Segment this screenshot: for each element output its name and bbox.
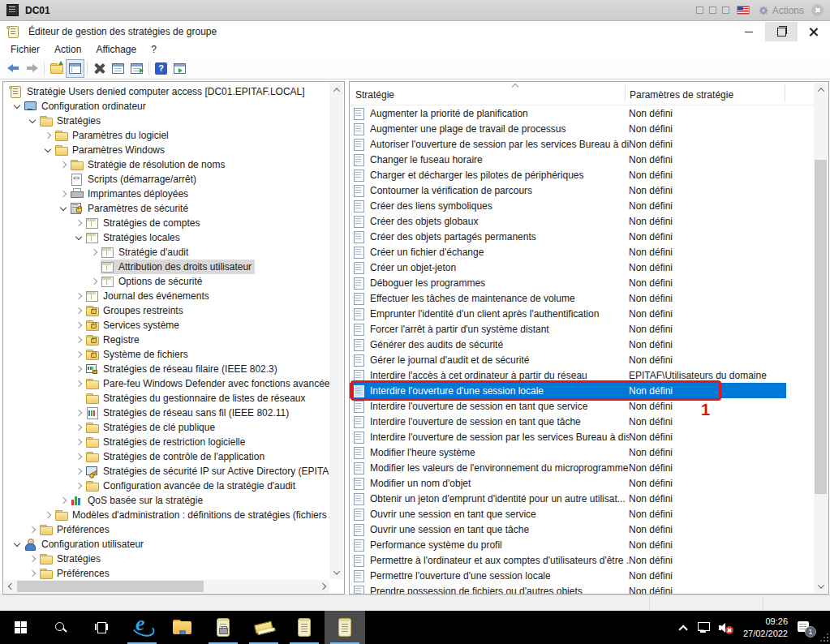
- expand-icon[interactable]: [58, 157, 70, 172]
- properties-button[interactable]: [109, 59, 127, 78]
- help-button[interactable]: [152, 59, 170, 78]
- expand-icon[interactable]: [42, 508, 54, 522]
- expand-icon[interactable]: [73, 289, 85, 303]
- close-button[interactable]: [798, 22, 830, 41]
- policy-row[interactable]: Créer un objet-jetonNon défini: [350, 260, 786, 275]
- policy-row[interactable]: Interdire l'ouverture de session en tant…: [350, 414, 786, 429]
- tree-item[interactable]: Options de sécurité: [3, 274, 331, 289]
- tree-item[interactable]: Registre: [3, 333, 331, 347]
- minimize-button[interactable]: [733, 22, 765, 41]
- tree-item[interactable]: Scripts (démarrage/arrêt): [3, 172, 331, 187]
- new-window-button[interactable]: [170, 59, 189, 78]
- policy-row[interactable]: Gérer le journal d'audit et de sécuritéN…: [350, 352, 786, 367]
- policy-row[interactable]: Obtenir un jeton d'emprunt d'identité po…: [350, 491, 786, 506]
- tree-item[interactable]: Stratégies de sécurité IP sur Active Dir…: [3, 464, 331, 479]
- hidden-icons-chevron-icon[interactable]: [678, 625, 687, 633]
- tree-vertical-scrollbar[interactable]: [329, 83, 343, 579]
- file-explorer-button[interactable]: [162, 611, 203, 644]
- console-window-control-2[interactable]: [709, 6, 716, 14]
- network-icon[interactable]: [696, 622, 709, 633]
- policy-row[interactable]: Charger et décharger les pilotes de péri…: [350, 167, 786, 182]
- policy-row[interactable]: Modifier un nom d'objetNon défini: [350, 475, 786, 491]
- menu-fichier[interactable]: Fichier: [3, 42, 47, 58]
- expand-icon[interactable]: [73, 464, 85, 479]
- expand-icon[interactable]: [58, 493, 70, 508]
- scroll-right-button[interactable]: [316, 580, 329, 593]
- tree-item[interactable]: Pare-feu Windows Defender avec fonctions…: [3, 376, 331, 391]
- policy-row[interactable]: Déboguer les programmesNon défini: [350, 275, 786, 290]
- clock[interactable]: 09:26 27/02/2022: [743, 616, 788, 640]
- expand-icon[interactable]: [88, 274, 101, 289]
- tree-item[interactable]: Stratégies: [3, 552, 331, 566]
- tree-item[interactable]: Stratégies de réseau filaire (IEEE 802.3…: [3, 362, 331, 376]
- tree-item[interactable]: Stratégies de réseau sans fil (IEEE 802.…: [3, 406, 331, 420]
- column-divider[interactable]: [625, 84, 626, 102]
- expand-icon[interactable]: [73, 347, 85, 362]
- export-list-button[interactable]: [127, 59, 146, 78]
- scrollbar-thumb[interactable]: [815, 160, 827, 494]
- console-window-control-3[interactable]: [722, 6, 729, 14]
- console-close-icon[interactable]: [811, 4, 824, 16]
- tree-horizontal-scrollbar[interactable]: [4, 580, 329, 593]
- gpo-editor-button[interactable]: [284, 611, 325, 644]
- policy-row[interactable]: Créer un fichier d'échangeNon défini: [350, 244, 786, 260]
- tree-item[interactable]: Services système: [3, 318, 331, 333]
- internet-explorer-button[interactable]: [122, 611, 162, 644]
- list-vertical-scrollbar[interactable]: [814, 83, 828, 593]
- policy-row[interactable]: Contourner la vérification de parcoursNo…: [350, 182, 786, 198]
- policy-row[interactable]: Ouvrir une session en tant que serviceNo…: [350, 506, 786, 522]
- up-one-level-button[interactable]: [47, 59, 66, 78]
- expand-icon[interactable]: [58, 187, 70, 201]
- policy-row[interactable]: Modifier les valeurs de l'environnement …: [350, 460, 786, 475]
- tree-item[interactable]: Journal des événements: [3, 289, 331, 303]
- scroll-up-button[interactable]: [814, 83, 828, 97]
- policy-row[interactable]: Augmenter la priorité de planificationNo…: [350, 105, 786, 121]
- tree-item[interactable]: Imprimantes déployées: [3, 187, 331, 201]
- policy-row[interactable]: Augmenter une plage de travail de proces…: [350, 121, 786, 136]
- policy-row[interactable]: Créer des liens symboliquesNon défini: [350, 198, 786, 213]
- tree-item[interactable]: Paramètres de sécurité: [3, 201, 331, 216]
- column-divider[interactable]: [785, 84, 785, 102]
- task-view-button[interactable]: [81, 611, 122, 644]
- tree-item[interactable]: Groupes restreints: [3, 303, 331, 318]
- tree-item[interactable]: Stratégies de clé publique: [3, 420, 331, 435]
- collapse-icon[interactable]: [73, 230, 85, 245]
- policy-row[interactable]: Permettre l'ouverture d'une session loca…: [350, 568, 786, 583]
- column-header-strategie[interactable]: Stratégie: [355, 89, 394, 101]
- menu-help[interactable]: ?: [144, 42, 164, 58]
- tree-item[interactable]: Attribution des droits utilisateur: [3, 260, 331, 274]
- tree-item[interactable]: Stratégies de contrôle de l'application: [3, 449, 331, 464]
- expand-icon[interactable]: [73, 216, 85, 230]
- policy-row[interactable]: Générer des audits de sécuritéNon défini: [350, 337, 786, 352]
- tree-item[interactable]: Configuration ordinateur: [3, 99, 331, 114]
- collapse-icon[interactable]: [42, 143, 54, 157]
- policy-row[interactable]: Ouvrir une session en tant que tâcheNon …: [350, 522, 786, 537]
- volume-muted-icon[interactable]: [719, 622, 733, 633]
- action-center-icon[interactable]: 1: [798, 621, 811, 634]
- actions-button[interactable]: Actions: [758, 5, 804, 16]
- expand-icon[interactable]: [73, 449, 85, 464]
- collapse-icon[interactable]: [11, 537, 24, 552]
- tree-item[interactable]: Préférences: [3, 522, 331, 537]
- policy-row[interactable]: Créer des objets globauxNon défini: [350, 213, 786, 229]
- policy-row[interactable]: Changer le fuseau horaireNon défini: [350, 152, 786, 167]
- expand-icon[interactable]: [73, 420, 85, 435]
- back-button[interactable]: [4, 59, 23, 78]
- expand-icon[interactable]: [27, 522, 39, 537]
- expand-icon[interactable]: [27, 552, 39, 566]
- restore-button[interactable]: [765, 22, 798, 41]
- tree-item[interactable]: Configuration utilisateur: [3, 537, 331, 552]
- scrollbar-thumb[interactable]: [17, 581, 204, 592]
- policy-row[interactable]: Interdire l'ouverture de session par les…: [350, 429, 786, 444]
- policy-row[interactable]: Permettre à l'ordinateur et aux comptes …: [350, 552, 786, 568]
- policy-row[interactable]: Effectuer les tâches de maintenance de v…: [350, 290, 786, 306]
- show-console-tree-button[interactable]: [66, 59, 84, 78]
- tree-item[interactable]: Configuration avancée de la stratégie d'…: [3, 479, 331, 493]
- tree-item[interactable]: Stratégies locales: [3, 230, 331, 245]
- expand-icon[interactable]: [73, 376, 85, 391]
- tree-item[interactable]: Stratégie Users denied computer access […: [3, 84, 331, 99]
- menu-action[interactable]: Action: [47, 42, 88, 58]
- show-desktop-grip[interactable]: [823, 611, 830, 644]
- expand-icon[interactable]: [73, 318, 85, 333]
- tree-item[interactable]: Modèles d'administration : définitions d…: [3, 508, 331, 522]
